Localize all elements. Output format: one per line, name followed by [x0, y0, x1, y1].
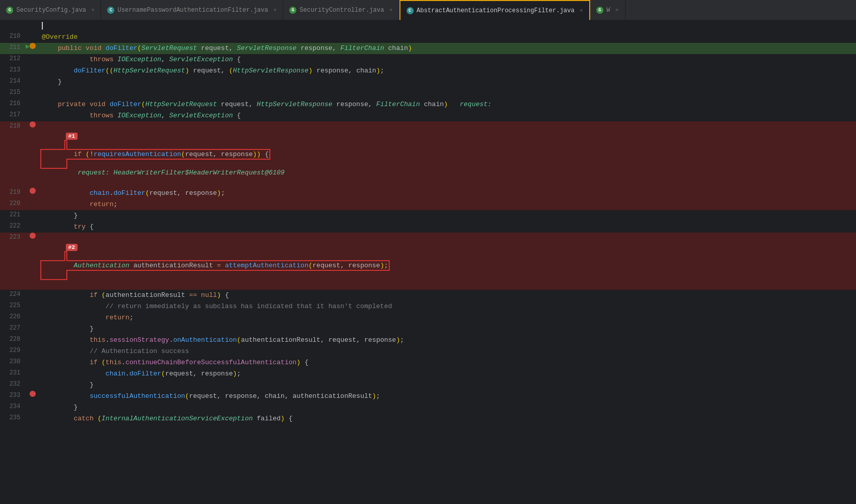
line-content-228: this.sessionStrategy.onAuthentication(au… — [40, 335, 856, 346]
tab-username-filter[interactable]: C UsernamePasswordAuthenticationFilter.j… — [101, 0, 283, 20]
line-num-226: 226 — [0, 312, 26, 320]
line-num-232: 232 — [0, 380, 26, 388]
line-content-232: } — [40, 380, 856, 391]
code-line-231: 231 chain.doFilter(request, response); — [0, 368, 856, 380]
line-content-218: #1 if (!requiresAuthentication(request, … — [40, 121, 856, 188]
code-line-228: 228 this.sessionStrategy.onAuthenticatio… — [0, 335, 856, 346]
tab-abstract-filter[interactable]: C AbstractAuthenticationProcessingFilter… — [399, 0, 590, 20]
code-line-225: 225 // return immediately as subclass ha… — [0, 301, 856, 312]
code-line-216: 216 private void doFilter(HttpServletReq… — [0, 99, 856, 110]
code-line-218: 218 #1 if (!requiresAuthentication(reque… — [0, 121, 856, 188]
tab-close-extra[interactable]: × — [615, 7, 619, 13]
line-num-229: 229 — [0, 346, 26, 354]
tab-label-security-controller: SecurityController.java — [299, 7, 384, 14]
line-num-224: 224 — [0, 290, 26, 298]
tab-security-config[interactable]: G SecurityConfig.java × — [0, 0, 101, 20]
bp-label-1[interactable]: #1 — [66, 133, 78, 140]
code-line-210: 210 @Override — [0, 32, 856, 43]
line-num-227: 227 — [0, 323, 26, 332]
code-line-226: 226 return; — [0, 312, 856, 323]
line-num-216: 216 — [0, 99, 26, 107]
tab-security-controller[interactable]: G SecurityController.java × — [283, 0, 399, 20]
code-line-cursor — [0, 20, 856, 32]
code-area: 210 @Override 211 ▶ public void doFilter… — [0, 20, 856, 504]
line-num-228: 228 — [0, 335, 26, 343]
tab-icon-security-config: G — [6, 7, 13, 14]
line-content-233: successfulAuthentication(request, respon… — [40, 391, 856, 402]
tab-icon-extra: G — [596, 7, 603, 14]
line-num-210: 210 — [0, 32, 26, 40]
code-line-224: 224 if (authenticationResult == null) { — [0, 290, 856, 301]
line-content-221: } — [40, 210, 856, 221]
code-line-220: 220 return; — [0, 199, 856, 210]
line-num-231: 231 — [0, 368, 26, 376]
line-content-230: if (this.continueChainBeforeSuccessfulAu… — [40, 357, 856, 368]
code-line-213: 213 doFilter((HttpServletRequest) reques… — [0, 65, 856, 77]
code-line-219: 219 chain.doFilter(request, response); — [0, 188, 856, 199]
line-num-219: 219 — [0, 188, 26, 196]
line-content-225: // return immediately as subclass has in… — [40, 301, 856, 312]
tab-close-security-config[interactable]: × — [91, 7, 95, 13]
code-line-232: 232 } — [0, 380, 856, 391]
line-num-214: 214 — [0, 77, 26, 85]
code-line-211: 211 ▶ public void doFilter(ServletReques… — [0, 43, 856, 54]
code-line-223: 223 #2 Authentication authenticationResu… — [0, 233, 856, 290]
tab-icon-username-filter: C — [107, 7, 114, 14]
code-line-227: 227 } — [0, 323, 856, 335]
tab-label-security-config: SecurityConfig.java — [16, 7, 86, 14]
breakpoint-223[interactable] — [30, 233, 36, 239]
breakpoint-219[interactable] — [30, 188, 36, 194]
line-num-234: 234 — [0, 402, 26, 410]
line-num-233: 233 — [0, 391, 26, 399]
code-line-221: 221 } — [0, 210, 856, 221]
line-num-222: 222 — [0, 221, 26, 230]
line-content-224: if (authenticationResult == null) { — [40, 290, 856, 301]
line-num-235: 235 — [0, 413, 26, 421]
line-content-219: chain.doFilter(request, response); — [40, 188, 856, 199]
line-content-222: try { — [40, 221, 856, 233]
line-num-217: 217 — [0, 110, 26, 118]
code-line-214: 214 } — [0, 77, 856, 88]
tab-icon-abstract-filter: C — [407, 7, 414, 14]
code-line-215: 215 — [0, 88, 856, 99]
line-content-226: return; — [40, 312, 856, 323]
code-line-233: 233 successfulAuthentication(request, re… — [0, 391, 856, 402]
code-line-234: 234 } — [0, 402, 856, 413]
line-num-212: 212 — [0, 54, 26, 62]
tab-close-username-filter[interactable]: × — [273, 7, 277, 13]
line-content-216: private void doFilter(HttpServletRequest… — [40, 99, 856, 110]
line-content-231: chain.doFilter(request, response); — [40, 368, 856, 380]
line-content-227: } — [40, 323, 856, 335]
line-content-211: public void doFilter(ServletRequest requ… — [40, 43, 856, 54]
code-line-212: 212 throws IOException, ServletException… — [0, 54, 856, 65]
tab-close-abstract-filter[interactable]: × — [580, 8, 583, 14]
line-content-234: } — [40, 402, 856, 413]
bp-label-2[interactable]: #2 — [66, 244, 78, 251]
line-num-223: 223 — [0, 233, 26, 241]
breakpoint-218[interactable] — [30, 121, 36, 128]
line-num-218: 218 — [0, 121, 26, 130]
tab-extra[interactable]: G W × — [590, 0, 625, 20]
breakpoint-233[interactable] — [30, 391, 36, 397]
code-line-235: 235 catch (InternalAuthenticationService… — [0, 413, 856, 424]
line-num-220: 220 — [0, 199, 26, 207]
code-line-217: 217 throws IOException, ServletException… — [0, 110, 856, 121]
line-content-217: throws IOException, ServletException { — [40, 110, 856, 121]
line-content-220: return; — [40, 199, 856, 210]
line-num-211: 211 — [0, 43, 26, 51]
line-content-223: #2 Authentication authenticationResult =… — [40, 233, 856, 290]
breakpoint-211[interactable] — [30, 43, 36, 49]
line-content-212: throws IOException, ServletException { — [40, 54, 856, 65]
tab-close-security-controller[interactable]: × — [389, 7, 393, 13]
tab-label-username-filter: UsernamePasswordAuthenticationFilter.jav… — [117, 7, 268, 14]
tab-label-abstract-filter: AbstractAuthenticationProcessingFilter.j… — [417, 7, 575, 14]
code-line-229: 229 // Authentication success — [0, 346, 856, 357]
tab-bar: G SecurityConfig.java × C UsernamePasswo… — [0, 0, 856, 20]
line-num-230: 230 — [0, 357, 26, 365]
line-num-215: 215 — [0, 88, 26, 96]
line-num-221: 221 — [0, 210, 26, 218]
line-content-213: doFilter((HttpServletRequest) request, (… — [40, 65, 856, 77]
code-line-222: 222 try { — [0, 221, 856, 233]
code-line-230: 230 if (this.continueChainBeforeSuccessf… — [0, 357, 856, 368]
line-content-210: @Override — [40, 32, 856, 43]
